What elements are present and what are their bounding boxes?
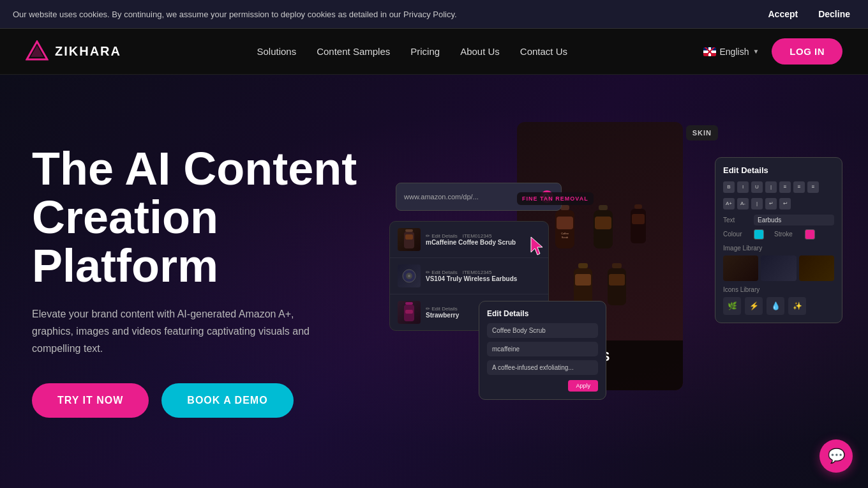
try-it-now-button[interactable]: TRY IT NOW — [32, 383, 149, 418]
colour-row: Colour Stroke — [723, 229, 834, 240]
hero-description: Elevate your brand content with AI-gener… — [32, 305, 326, 358]
bottle-svg-5 — [602, 261, 631, 309]
edit-panel-right: Edit Details B I U | ≡ ≡ ≡ A+ A- | ↵ — [715, 157, 842, 323]
nav-contact-us[interactable]: Contact Us — [520, 46, 567, 57]
toolbar-btn-divider2: | — [751, 198, 763, 210]
svg-marker-4 — [531, 237, 542, 255]
svg-rect-16 — [557, 217, 573, 229]
book-demo-button[interactable]: BOOK A DEMO — [161, 383, 293, 418]
language-label: English — [720, 47, 749, 57]
product-name-1: mCaffeine Coffee Body Scrub — [426, 239, 541, 246]
icon-item-2[interactable]: ⚡ — [745, 297, 763, 315]
nav-pricing[interactable]: Pricing — [410, 46, 440, 57]
colour-swatch[interactable] — [754, 229, 764, 240]
svg-rect-24 — [632, 214, 645, 224]
text-input[interactable]: Earbuds — [754, 215, 834, 225]
toolbar-btn-divider: | — [765, 181, 777, 193]
toolbar-btn-align-center[interactable]: ≡ — [793, 181, 805, 193]
svg-rect-26 — [574, 268, 592, 305]
language-selector[interactable]: English ▼ — [703, 47, 760, 57]
bottle-svg-3 — [625, 202, 651, 247]
icons-library: Icons Library 🌿 ⚡ 💧 ✨ — [723, 286, 834, 315]
hero-title-line2: Creation Platform — [32, 194, 364, 290]
coffee-desc-field: A coffee-infused exfoliating... — [487, 360, 598, 375]
edit-details-right-title: Edit Details — [723, 165, 834, 175]
logo-text: ZIKHARA — [55, 44, 121, 59]
apply-button[interactable]: Apply — [568, 380, 598, 392]
svg-rect-11 — [405, 302, 413, 305]
product-item-2: ✏ Edit Details ITEM012345 VS104 Truly Wi… — [390, 258, 548, 294]
svg-rect-27 — [575, 274, 591, 286]
icons-library-label: Icons Library — [723, 286, 834, 293]
login-button[interactable]: LOG IN — [772, 38, 842, 65]
bottle-svg-2 — [587, 202, 619, 254]
toolbar-btn-bold[interactable]: B — [723, 181, 735, 193]
nav-solutions[interactable]: Solutions — [257, 46, 296, 57]
tan-removal-label: FINE TAN REMOVAL — [522, 195, 588, 202]
logo-icon — [26, 40, 49, 63]
edit-panel-center-title: Edit Details — [487, 309, 598, 318]
edit-toolbar: B I U | ≡ ≡ ≡ — [723, 181, 834, 193]
stroke-label: Stroke — [774, 231, 800, 238]
icon-item-3[interactable]: 💧 — [767, 297, 784, 315]
lib-item-1[interactable] — [723, 255, 758, 281]
header-right: English ▼ LOG IN — [703, 38, 843, 65]
toolbar-btn-outdent[interactable]: ↩ — [779, 198, 791, 210]
stroke-swatch[interactable] — [805, 229, 815, 240]
toolbar-btn-indent[interactable]: ↵ — [765, 198, 777, 210]
edit-panel-center: Edit Details Coffee Body Scrub mcaffeine… — [479, 301, 606, 400]
lib-item-3[interactable] — [799, 255, 834, 281]
product-thumb-1 — [398, 228, 421, 251]
image-library-grid — [723, 255, 834, 281]
product-info-1: ✏ Edit Details ITEM012345 mCaffeine Coff… — [426, 233, 541, 246]
toolbar-btn-align-left[interactable]: ≡ — [779, 181, 791, 193]
product-bottles: Coffee Scrub — [549, 202, 651, 309]
svg-text:Scrub: Scrub — [562, 236, 569, 239]
toolbar-btn-italic[interactable]: I — [737, 181, 749, 193]
flag-icon — [703, 47, 716, 56]
tan-removal-badge: FINE TAN REMOVAL — [517, 192, 594, 205]
icon-item-4[interactable]: ✨ — [788, 297, 806, 315]
svg-rect-30 — [609, 274, 625, 286]
edit-details-label-3: ✏ Edit Details — [426, 306, 458, 312]
url-text: www.amazon.com/dp/... — [404, 193, 479, 201]
image-library: Image Library — [723, 245, 834, 281]
icon-item-1[interactable]: 🌿 — [723, 297, 741, 315]
cookie-actions: Accept Decline — [763, 6, 856, 22]
chevron-down-icon: ▼ — [752, 48, 759, 55]
svg-rect-22 — [634, 204, 642, 209]
decline-button[interactable]: Decline — [813, 6, 855, 22]
lib-item-2[interactable] — [761, 255, 796, 281]
bottle-row-1: Coffee Scrub — [549, 202, 651, 254]
product-name-2: VS104 Truly Wireless Earbuds — [426, 275, 541, 282]
nav-about-us[interactable]: About Us — [460, 46, 500, 57]
cookie-banner: Our website uses cookies. By continuing,… — [0, 0, 868, 29]
text-row: Text Earbuds — [723, 215, 834, 225]
toolbar-btn-size-down[interactable]: A- — [737, 198, 749, 210]
skin-badge: SKIN — [686, 125, 718, 141]
image-library-label: Image Library — [723, 245, 834, 252]
svg-rect-6 — [404, 232, 414, 248]
skin-label: SKIN — [692, 129, 712, 137]
item-number-2: ITEM012345 — [463, 270, 492, 275]
accept-button[interactable]: Accept — [763, 6, 804, 22]
svg-rect-21 — [595, 217, 611, 229]
chat-icon: 💬 — [828, 448, 845, 464]
colour-label: Colour — [723, 231, 749, 238]
toolbar-btn-underline[interactable]: U — [751, 181, 763, 193]
toolbar-btn-size-up[interactable]: A+ — [723, 198, 735, 210]
svg-point-10 — [408, 275, 410, 277]
toolbar-btn-align-right[interactable]: ≡ — [807, 181, 819, 193]
hero-title-line1: The AI Content — [32, 145, 364, 194]
cookie-message: Our website uses cookies. By continuing,… — [13, 10, 763, 19]
chat-button[interactable]: 💬 — [819, 439, 853, 473]
svg-rect-25 — [578, 263, 588, 268]
nav-content-samples[interactable]: Content Samples — [317, 46, 390, 57]
item-number-1: ITEM012345 — [463, 233, 492, 239]
coffee-body-scrub-field: Coffee Body Scrub — [487, 323, 598, 338]
product-item-1: ✏ Edit Details ITEM012345 mCaffeine Coff… — [390, 222, 548, 258]
hero-image-area: www.amazon.com/dp/... — [377, 122, 842, 441]
mcaffeine-field: mcaffeine — [487, 342, 598, 356]
logo[interactable]: ZIKHARA — [26, 40, 121, 63]
mock-container: www.amazon.com/dp/... — [377, 122, 842, 441]
